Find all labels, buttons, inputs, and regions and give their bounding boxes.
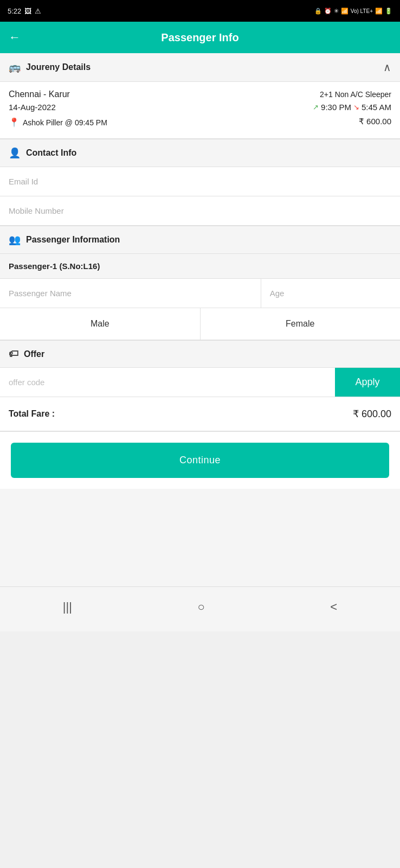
photo-icon: 🖼 — [24, 7, 31, 15]
passenger-name-field[interactable] — [0, 279, 261, 308]
page-title: Passenger Info — [29, 31, 371, 44]
mobile-field[interactable] — [0, 196, 400, 226]
bus-icon: 🚌 — [9, 61, 21, 73]
passenger-label: Passenger-1 (S.No:L16) — [0, 254, 400, 279]
signal2-icon: 📶 — [375, 8, 383, 15]
arrive-time: 5:45 AM — [362, 103, 391, 112]
gender-row: Male Female — [0, 308, 400, 340]
bottom-nav: ||| ○ < — [0, 586, 400, 631]
offer-code-field[interactable] — [0, 368, 335, 397]
journey-bus-type: 2+1 Non A/C Sleeper — [320, 90, 391, 99]
total-fare-label: Total Fare : — [9, 409, 55, 419]
back-button[interactable]: ← — [9, 30, 21, 44]
journey-route: Chennai - Karur — [9, 90, 70, 99]
continue-section: Continue — [0, 432, 400, 489]
signal-icon: 📶 — [341, 8, 349, 15]
depart-arrow: ↗ — [313, 103, 319, 111]
passengers-icon: 👥 — [9, 234, 21, 246]
journey-section-header[interactable]: 🚌 Joureny Details ∧ — [0, 53, 400, 82]
journey-details: Chennai - Karur 2+1 Non A/C Sleeper 14-A… — [0, 82, 400, 139]
menu-nav-button[interactable]: ||| — [50, 596, 85, 618]
bluetooth-icon: ✳ — [334, 8, 339, 15]
depart-time: 9:30 PM — [321, 103, 351, 112]
journey-pickup: Ashok Piller @ 09:45 PM — [23, 118, 107, 127]
main-content: 🚌 Joureny Details ∧ Chennai - Karur 2+1 … — [0, 53, 400, 489]
gender-male-option[interactable]: Male — [0, 308, 200, 340]
status-time: 5:22 — [8, 7, 21, 15]
offer-tag-icon: 🏷 — [9, 348, 18, 360]
apply-offer-button[interactable]: Apply — [335, 368, 400, 397]
contact-section-header: 👤 Contact Info — [0, 139, 400, 167]
journey-date: 14-Aug-2022 — [9, 103, 56, 112]
arrive-arrow: ↘ — [353, 103, 359, 111]
volte-label: Vo) LTE+ — [351, 8, 373, 14]
journey-section-label: Joureny Details — [26, 62, 91, 72]
email-field[interactable] — [0, 167, 400, 196]
header: ← Passenger Info — [0, 22, 400, 53]
offer-section-label: Offer — [24, 349, 44, 359]
continue-button[interactable]: Continue — [11, 443, 389, 478]
journey-time: ↗ 9:30 PM ↘ 5:45 AM — [313, 103, 391, 112]
total-fare-amount: ₹ 600.00 — [353, 408, 391, 420]
passenger-section-label: Passenger Information — [26, 235, 120, 245]
offer-input-row: Apply — [0, 368, 400, 397]
chevron-up-icon: ∧ — [383, 61, 391, 74]
journey-fare: ₹ 600.00 — [359, 117, 391, 126]
back-nav-button[interactable]: < — [317, 596, 350, 618]
name-age-row — [0, 279, 400, 308]
contact-section-label: Contact Info — [26, 148, 76, 158]
home-nav-button[interactable]: ○ — [185, 596, 218, 618]
lock-icon: 🔒 — [314, 8, 322, 15]
battery-icon: 🔋 — [385, 8, 392, 15]
offer-section-header: 🏷 Offer — [0, 341, 400, 368]
warning-icon: ⚠ — [35, 7, 41, 15]
total-fare-row: Total Fare : ₹ 600.00 — [0, 397, 400, 431]
alarm-icon: ⏰ — [324, 8, 332, 15]
person-icon: 👤 — [9, 147, 21, 159]
bottom-space — [0, 489, 400, 586]
gender-female-option[interactable]: Female — [201, 308, 401, 340]
status-bar: 5:22 🖼 ⚠ 🔒 ⏰ ✳ 📶 Vo) LTE+ 📶 🔋 — [0, 0, 400, 22]
passenger-section-header: 👥 Passenger Information — [0, 226, 400, 254]
location-icon: 📍 — [9, 117, 20, 127]
passenger-age-field[interactable] — [261, 279, 400, 308]
